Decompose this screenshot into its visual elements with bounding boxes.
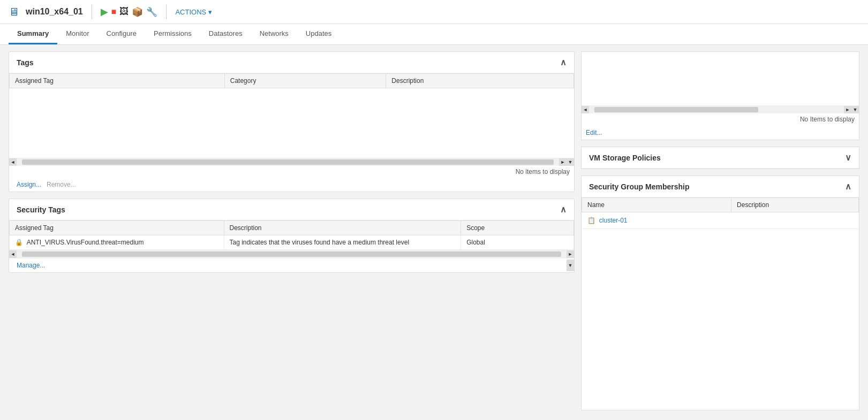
actions-chevron: ▾ bbox=[208, 8, 212, 16]
tab-datastores[interactable]: Datastores bbox=[200, 24, 251, 44]
tags-title: Tags bbox=[17, 58, 34, 67]
migrate-button[interactable]: 📦 bbox=[132, 6, 143, 18]
vm-storage-title: VM Storage Policies bbox=[589, 154, 661, 162]
tags-card-header[interactable]: Tags ∧ bbox=[9, 52, 574, 73]
manage-link[interactable]: Manage... bbox=[17, 262, 45, 269]
header-divider bbox=[92, 4, 92, 19]
security-tags-title: Security Tags bbox=[17, 205, 65, 214]
edit-link[interactable]: Edit... bbox=[586, 129, 602, 136]
cluster-link[interactable]: cluster-01 bbox=[599, 217, 628, 224]
tab-monitor[interactable]: Monitor bbox=[57, 24, 97, 44]
table-row: 📋 cluster-01 bbox=[582, 212, 859, 229]
cluster-icon: 📋 bbox=[587, 217, 595, 224]
tags-card: Tags ∧ Assigned Tag Category Description bbox=[9, 51, 575, 192]
right-top-no-items: No Items to display bbox=[582, 113, 859, 125]
rt-hscroll-left-arrow[interactable]: ◄ bbox=[582, 106, 589, 113]
main-content: Tags ∧ Assigned Tag Category Description bbox=[0, 45, 868, 417]
hscroll-left-arrow[interactable]: ◄ bbox=[9, 158, 17, 166]
security-tags-table-wrapper: Assigned Tag Description Scope 🔒 ANTI_VI… bbox=[9, 220, 574, 250]
tab-bar: Summary Monitor Configure Permissions Da… bbox=[0, 24, 868, 45]
tab-updates[interactable]: Updates bbox=[297, 24, 340, 44]
security-group-card: Security Group Membership ∧ Name Descrip… bbox=[581, 175, 859, 410]
sec-tag-name: 🔒 ANTI_VIRUS.VirusFound.threat=medium bbox=[10, 235, 224, 250]
security-tags-header[interactable]: Security Tags ∧ bbox=[9, 199, 574, 220]
tags-footer: Assign... Remove... bbox=[9, 178, 574, 192]
header-title: win10_x64_01 bbox=[26, 7, 83, 17]
sgm-row-desc bbox=[731, 212, 859, 229]
left-panel: Tags ∧ Assigned Tag Category Description bbox=[9, 51, 575, 410]
vm-icon: 🖥 bbox=[9, 6, 19, 18]
tab-summary[interactable]: Summary bbox=[9, 24, 57, 44]
hscroll-thumb[interactable] bbox=[22, 159, 554, 165]
tags-chevron-icon: ∧ bbox=[560, 57, 567, 67]
sgm-row-name: 📋 cluster-01 bbox=[582, 212, 731, 229]
hscroll-right-arrow[interactable]: ► bbox=[559, 158, 567, 166]
actions-label: ACTIONS bbox=[175, 8, 206, 16]
sgm-col-name: Name bbox=[582, 198, 731, 212]
tab-networks[interactable]: Networks bbox=[251, 24, 297, 44]
snapshot-button[interactable]: 🖼 bbox=[119, 6, 129, 17]
tags-no-items: No items to display bbox=[9, 166, 574, 178]
sec-tag-scope: Global bbox=[461, 235, 574, 250]
stop-button[interactable]: ■ bbox=[111, 7, 117, 17]
security-tags-chevron-icon: ∧ bbox=[560, 204, 567, 215]
sec-col-desc: Description bbox=[224, 221, 461, 235]
security-group-title: Security Group Membership bbox=[589, 182, 689, 191]
tags-col-category: Category bbox=[224, 74, 386, 88]
rt-hscroll-right-arrow[interactable]: ► bbox=[844, 106, 851, 113]
vm-storage-header[interactable]: VM Storage Policies ∨ bbox=[582, 147, 859, 169]
rt-hscroll-down-arrow[interactable]: ▼ bbox=[851, 106, 859, 113]
security-group-chevron-icon: ∧ bbox=[845, 181, 851, 192]
sec-hscroll-thumb[interactable] bbox=[22, 251, 561, 257]
right-top-card: ◄ ► ▼ No Items to display Edit... bbox=[581, 51, 859, 140]
tags-table-wrapper: Assigned Tag Category Description bbox=[9, 73, 574, 158]
toolbar: ▶ ■ 🖼 📦 🔧 bbox=[101, 6, 158, 18]
remove-link[interactable]: Remove... bbox=[47, 181, 76, 188]
hscroll-down-arrow[interactable]: ▼ bbox=[567, 158, 574, 166]
security-tags-footer: Manage... bbox=[9, 258, 52, 272]
sec-hscroll-left-arrow[interactable]: ◄ bbox=[9, 250, 17, 258]
sec-col-scope: Scope bbox=[461, 221, 574, 235]
tags-col-assigned: Assigned Tag bbox=[10, 74, 225, 88]
assign-link[interactable]: Assign... bbox=[17, 181, 41, 188]
right-top-content bbox=[582, 52, 859, 105]
toolbar-divider bbox=[166, 4, 167, 19]
sec-tag-icon: 🔒 bbox=[15, 239, 23, 246]
sec-hscroll-right-arrow[interactable]: ► bbox=[567, 250, 574, 258]
rt-hscroll-thumb[interactable] bbox=[594, 107, 758, 112]
play-button[interactable]: ▶ bbox=[101, 6, 108, 18]
security-tags-table: Assigned Tag Description Scope 🔒 ANTI_VI… bbox=[9, 220, 574, 250]
actions-button[interactable]: ACTIONS ▾ bbox=[175, 8, 212, 16]
tab-configure[interactable]: Configure bbox=[98, 24, 145, 44]
table-row: 🔒 ANTI_VIRUS.VirusFound.threat=medium Ta… bbox=[10, 235, 574, 250]
vm-storage-card: VM Storage Policies ∨ bbox=[581, 147, 859, 169]
sec-vscroll-down-arrow[interactable]: ▼ bbox=[567, 259, 574, 271]
right-panel: ◄ ► ▼ No Items to display Edit... VM Sto… bbox=[581, 51, 859, 410]
sec-tag-description: Tag indicates that the viruses found hav… bbox=[224, 235, 461, 250]
more-button[interactable]: 🔧 bbox=[146, 6, 157, 18]
security-group-table: Name Description 📋 cluster-01 bbox=[582, 197, 859, 229]
security-group-header[interactable]: Security Group Membership ∧ bbox=[582, 176, 859, 197]
tags-col-description: Description bbox=[386, 74, 574, 88]
tags-table: Assigned Tag Category Description bbox=[9, 73, 574, 88]
security-tags-card: Security Tags ∧ Assigned Tag Description… bbox=[9, 198, 575, 273]
header: 🖥 win10_x64_01 ▶ ■ 🖼 📦 🔧 ACTIONS ▾ bbox=[0, 0, 868, 24]
edit-link-wrapper: Edit... bbox=[582, 125, 859, 140]
vm-storage-chevron-icon: ∨ bbox=[845, 152, 851, 163]
sgm-col-desc: Description bbox=[731, 198, 859, 212]
sec-col-tag: Assigned Tag bbox=[10, 221, 224, 235]
tab-permissions[interactable]: Permissions bbox=[145, 24, 200, 44]
